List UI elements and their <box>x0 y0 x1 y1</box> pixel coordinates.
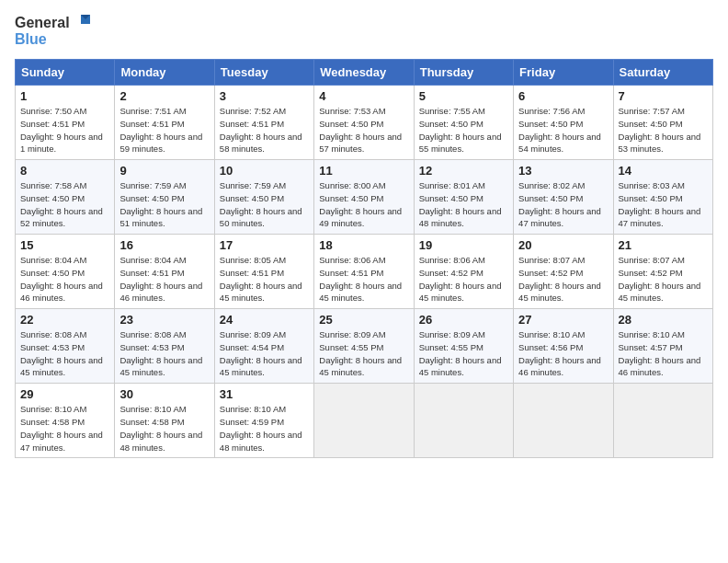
calendar-day: 8Sunrise: 7:58 AMSunset: 4:50 PMDaylight… <box>16 160 115 235</box>
day-number: 23 <box>119 313 209 327</box>
day-info: Sunrise: 8:04 AMSunset: 4:51 PMDaylight:… <box>119 254 209 304</box>
calendar-day: 19Sunrise: 8:06 AMSunset: 4:52 PMDayligh… <box>414 235 513 309</box>
day-info: Sunrise: 7:59 AMSunset: 4:50 PMDaylight:… <box>220 179 309 230</box>
day-number: 24 <box>220 313 309 327</box>
logo-general: General <box>15 15 70 31</box>
calendar-day: 20Sunrise: 8:07 AMSunset: 4:52 PMDayligh… <box>514 235 613 309</box>
day-info: Sunrise: 8:10 AMSunset: 4:58 PMDaylight:… <box>20 403 109 454</box>
day-number: 11 <box>319 164 408 178</box>
day-info: Sunrise: 8:08 AMSunset: 4:53 PMDaylight:… <box>119 328 209 379</box>
day-number: 27 <box>518 313 608 327</box>
day-number: 9 <box>119 164 209 178</box>
calendar-day: 4Sunrise: 7:53 AMSunset: 4:50 PMDaylight… <box>314 86 414 160</box>
calendar-day: 30Sunrise: 8:10 AMSunset: 4:58 PMDayligh… <box>115 384 214 458</box>
day-number: 7 <box>619 89 708 103</box>
calendar-day: 18Sunrise: 8:06 AMSunset: 4:51 PMDayligh… <box>314 235 414 309</box>
day-info: Sunrise: 7:53 AMSunset: 4:50 PMDaylight:… <box>319 105 408 155</box>
calendar-day: 2Sunrise: 7:51 AMSunset: 4:51 PMDaylight… <box>115 86 214 160</box>
day-info: Sunrise: 7:56 AMSunset: 4:50 PMDaylight:… <box>518 105 608 155</box>
calendar-day: 14Sunrise: 8:03 AMSunset: 4:50 PMDayligh… <box>613 160 712 235</box>
day-number: 25 <box>319 313 408 327</box>
day-info: Sunrise: 8:03 AMSunset: 4:50 PMDaylight:… <box>619 179 708 230</box>
day-number: 29 <box>20 387 109 401</box>
calendar-day: 13Sunrise: 8:02 AMSunset: 4:50 PMDayligh… <box>514 160 613 235</box>
day-info: Sunrise: 7:51 AMSunset: 4:51 PMDaylight:… <box>119 105 209 155</box>
page-header: General Blue <box>15 15 713 48</box>
calendar-header-row: SundayMondayTuesdayWednesdayThursdayFrid… <box>16 60 713 86</box>
calendar-day: 15Sunrise: 8:04 AMSunset: 4:50 PMDayligh… <box>16 235 115 309</box>
day-number: 21 <box>619 238 708 252</box>
header-sunday: Sunday <box>16 60 115 86</box>
calendar-day <box>514 384 613 458</box>
calendar-week-4: 22Sunrise: 8:08 AMSunset: 4:53 PMDayligh… <box>16 309 713 384</box>
calendar-day: 10Sunrise: 7:59 AMSunset: 4:50 PMDayligh… <box>214 160 313 235</box>
day-info: Sunrise: 8:07 AMSunset: 4:52 PMDaylight:… <box>518 254 608 304</box>
day-number: 15 <box>20 238 109 252</box>
day-info: Sunrise: 8:09 AMSunset: 4:55 PMDaylight:… <box>319 328 408 379</box>
day-number: 12 <box>419 164 508 178</box>
day-info: Sunrise: 8:08 AMSunset: 4:53 PMDaylight:… <box>20 328 109 379</box>
calendar-day: 17Sunrise: 8:05 AMSunset: 4:51 PMDayligh… <box>214 235 313 309</box>
day-info: Sunrise: 7:59 AMSunset: 4:50 PMDaylight:… <box>119 179 209 230</box>
header-tuesday: Tuesday <box>214 60 313 86</box>
day-info: Sunrise: 7:50 AMSunset: 4:51 PMDaylight:… <box>20 105 109 155</box>
calendar-week-3: 15Sunrise: 8:04 AMSunset: 4:50 PMDayligh… <box>16 235 713 309</box>
day-number: 5 <box>419 89 508 103</box>
day-info: Sunrise: 7:55 AMSunset: 4:50 PMDaylight:… <box>419 105 508 155</box>
header-thursday: Thursday <box>414 60 513 86</box>
calendar-day: 31Sunrise: 8:10 AMSunset: 4:59 PMDayligh… <box>214 384 313 458</box>
day-number: 13 <box>518 164 608 178</box>
day-info: Sunrise: 8:04 AMSunset: 4:50 PMDaylight:… <box>20 254 109 304</box>
calendar-day: 27Sunrise: 8:10 AMSunset: 4:56 PMDayligh… <box>514 309 613 384</box>
header-saturday: Saturday <box>613 60 712 86</box>
calendar-day: 1Sunrise: 7:50 AMSunset: 4:51 PMDaylight… <box>16 86 115 160</box>
day-number: 31 <box>220 387 309 401</box>
day-number: 10 <box>220 164 309 178</box>
day-number: 26 <box>419 313 508 327</box>
day-number: 1 <box>20 89 109 103</box>
calendar-day: 3Sunrise: 7:52 AMSunset: 4:51 PMDaylight… <box>214 86 313 160</box>
day-number: 30 <box>119 387 209 401</box>
header-wednesday: Wednesday <box>314 60 414 86</box>
logo: General Blue <box>15 15 90 48</box>
calendar-day: 24Sunrise: 8:09 AMSunset: 4:54 PMDayligh… <box>214 309 313 384</box>
calendar-table: SundayMondayTuesdayWednesdayThursdayFrid… <box>15 59 713 458</box>
day-number: 14 <box>619 164 708 178</box>
calendar-day: 5Sunrise: 7:55 AMSunset: 4:50 PMDaylight… <box>414 86 513 160</box>
day-info: Sunrise: 7:52 AMSunset: 4:51 PMDaylight:… <box>220 105 309 155</box>
day-info: Sunrise: 8:10 AMSunset: 4:56 PMDaylight:… <box>518 328 608 379</box>
calendar-day: 22Sunrise: 8:08 AMSunset: 4:53 PMDayligh… <box>16 309 115 384</box>
day-number: 18 <box>319 238 408 252</box>
day-info: Sunrise: 8:06 AMSunset: 4:52 PMDaylight:… <box>419 254 508 304</box>
calendar-week-5: 29Sunrise: 8:10 AMSunset: 4:58 PMDayligh… <box>16 384 713 458</box>
day-info: Sunrise: 8:07 AMSunset: 4:52 PMDaylight:… <box>619 254 708 304</box>
calendar-day: 6Sunrise: 7:56 AMSunset: 4:50 PMDaylight… <box>514 86 613 160</box>
calendar-day: 21Sunrise: 8:07 AMSunset: 4:52 PMDayligh… <box>613 235 712 309</box>
day-info: Sunrise: 8:10 AMSunset: 4:58 PMDaylight:… <box>119 403 209 454</box>
day-info: Sunrise: 8:02 AMSunset: 4:50 PMDaylight:… <box>518 179 608 230</box>
day-number: 4 <box>319 89 408 103</box>
logo-flag-icon <box>72 15 90 31</box>
calendar-day: 7Sunrise: 7:57 AMSunset: 4:50 PMDaylight… <box>613 86 712 160</box>
day-number: 3 <box>220 89 309 103</box>
day-number: 2 <box>119 89 209 103</box>
day-info: Sunrise: 8:10 AMSunset: 4:57 PMDaylight:… <box>619 328 708 379</box>
calendar-day: 29Sunrise: 8:10 AMSunset: 4:58 PMDayligh… <box>16 384 115 458</box>
calendar-day <box>314 384 414 458</box>
day-info: Sunrise: 8:06 AMSunset: 4:51 PMDaylight:… <box>319 254 408 304</box>
calendar-week-2: 8Sunrise: 7:58 AMSunset: 4:50 PMDaylight… <box>16 160 713 235</box>
day-info: Sunrise: 7:58 AMSunset: 4:50 PMDaylight:… <box>20 179 109 230</box>
calendar-week-1: 1Sunrise: 7:50 AMSunset: 4:51 PMDaylight… <box>16 86 713 160</box>
calendar-day: 26Sunrise: 8:09 AMSunset: 4:55 PMDayligh… <box>414 309 513 384</box>
calendar-day: 16Sunrise: 8:04 AMSunset: 4:51 PMDayligh… <box>115 235 214 309</box>
day-info: Sunrise: 8:05 AMSunset: 4:51 PMDaylight:… <box>220 254 309 304</box>
calendar-day <box>613 384 712 458</box>
day-info: Sunrise: 7:57 AMSunset: 4:50 PMDaylight:… <box>619 105 708 155</box>
day-info: Sunrise: 8:09 AMSunset: 4:54 PMDaylight:… <box>220 328 309 379</box>
day-info: Sunrise: 8:00 AMSunset: 4:50 PMDaylight:… <box>319 179 408 230</box>
day-info: Sunrise: 8:09 AMSunset: 4:55 PMDaylight:… <box>419 328 508 379</box>
calendar-day <box>414 384 513 458</box>
day-number: 20 <box>518 238 608 252</box>
calendar-day: 9Sunrise: 7:59 AMSunset: 4:50 PMDaylight… <box>115 160 214 235</box>
day-number: 22 <box>20 313 109 327</box>
